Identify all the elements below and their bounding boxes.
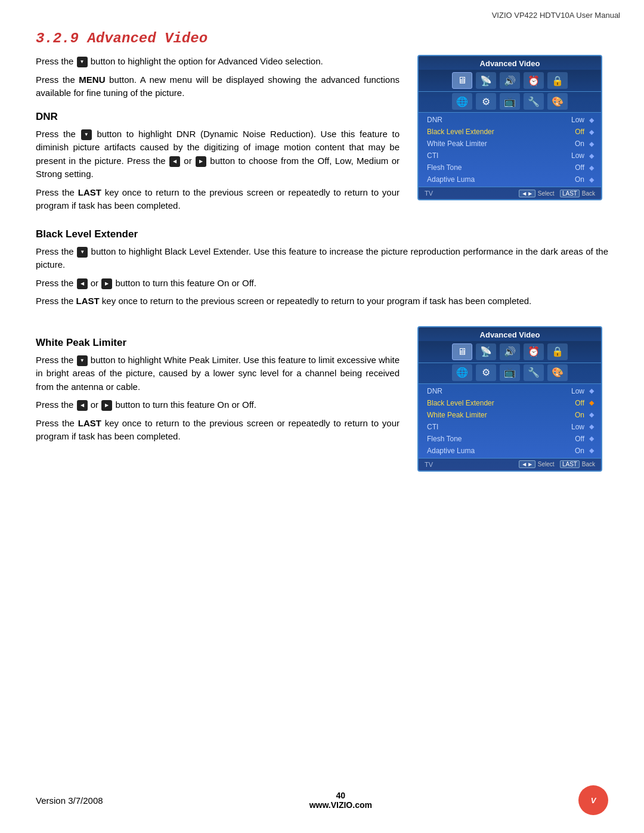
icon2-sub3: 📺 — [500, 364, 520, 381]
tv-menu-2: Advanced Video 🖥 📡 🔊 ⏰ 🔒 🌐 ⚙ 📺 🔧 🎨 — [417, 326, 602, 472]
icon-sub3: 📺 — [500, 93, 520, 110]
page-content: 3.2.9 Advanced Video Press the button to… — [0, 24, 644, 496]
intro-text: Press the button to highlight the option… — [36, 55, 400, 218]
icon-sub2: ⚙ — [476, 93, 496, 110]
intro-section: Press the button to highlight the option… — [36, 55, 608, 218]
white-peak-two-col: White Peak Limiter Press the button to h… — [36, 326, 608, 472]
tv-menu-2-rows: DNR Low ◆ Black Level Extender Off ◆ Whi… — [419, 384, 601, 458]
icon2-lock: 🔒 — [547, 343, 568, 360]
icon2-time: ⏰ — [524, 343, 544, 360]
page-number: 40 — [309, 791, 372, 800]
white-peak-title: White Peak Limiter — [36, 337, 400, 349]
dnr-p2: Press the LAST key once to return to the… — [36, 186, 400, 213]
dnr-nav-icon — [81, 129, 92, 140]
menu2-row-cti: CTI Low ◆ — [419, 421, 601, 433]
vizio-logo: V — [578, 785, 608, 815]
page-header: VIZIO VP422 HDTV10A User Manual — [0, 0, 644, 24]
menu2-row-dnr: DNR Low ◆ — [419, 385, 601, 397]
icon-tv: 🖥 — [452, 72, 472, 89]
icon-signal: 📡 — [476, 72, 496, 89]
icon-audio: 🔊 — [500, 72, 520, 89]
tv-menu-1-icons-row2: 🌐 ⚙ 📺 🔧 🎨 — [419, 92, 601, 113]
black-left-icon — [77, 278, 88, 289]
tv-menu-2-icons-row1: 🖥 📡 🔊 ⏰ 🔒 — [419, 341, 601, 363]
nav-button-icon — [77, 57, 88, 67]
black-level-section: Black Level Extender Press the button to… — [36, 228, 608, 308]
tv-menu-2-title: Advanced Video — [419, 327, 601, 341]
tv-menu-2-icons-row2: 🌐 ⚙ 📺 🔧 🎨 — [419, 363, 601, 384]
black-level-title: Black Level Extender — [36, 228, 608, 240]
white-nav-icon — [77, 355, 88, 366]
menu2-row-luma: Adaptive Luma On ◆ — [419, 445, 601, 457]
tv-menu-1: Advanced Video 🖥 📡 🔊 ⏰ 🔒 🌐 ⚙ 📺 🔧 🎨 — [417, 55, 602, 200]
left-btn-icon — [169, 156, 180, 167]
black-p3: Press the LAST key once to return to the… — [36, 295, 608, 308]
icon2-sub4: 🔧 — [524, 364, 544, 381]
icon2-signal: 📡 — [476, 343, 496, 360]
icon-time: ⏰ — [524, 72, 544, 89]
black-p1: Press the button to highlight Black Leve… — [36, 245, 608, 272]
menu-row-luma: Adaptive Luma On ◆ — [419, 174, 601, 185]
website: www.VIZIO.com — [309, 800, 372, 810]
white-left-icon — [77, 400, 88, 411]
black-level-text: Press the button to highlight Black Leve… — [36, 245, 608, 308]
white-p3: Press the LAST key once to return to the… — [36, 417, 400, 444]
white-peak-section: White Peak Limiter Press the button to h… — [36, 326, 608, 472]
section-title: 3.2.9 Advanced Video — [36, 30, 608, 47]
icon2-sub5: 🎨 — [547, 364, 568, 381]
black-p2: Press the or button to turn this feature… — [36, 277, 608, 290]
right-btn-icon — [196, 156, 206, 167]
intro-p1: Press the button to highlight the option… — [36, 55, 400, 69]
tv-menu-1-footer: TV ◄► Select LAST Back — [419, 187, 601, 199]
icon2-sub1: 🌐 — [452, 364, 472, 381]
white-p2: Press the or button to turn this feature… — [36, 398, 400, 412]
menu2-row-flesh: Flesh Tone Off ◆ — [419, 433, 601, 445]
menu-row-dnr: DNR Low ◆ — [419, 114, 601, 126]
menu-row-cti: CTI Low ◆ — [419, 150, 601, 162]
manual-title: VIZIO VP422 HDTV10A User Manual — [492, 11, 620, 20]
menu-row-flesh: Flesh Tone Off ◆ — [419, 162, 601, 174]
menu-screenshot-1: Advanced Video 🖥 📡 🔊 ⏰ 🔒 🌐 ⚙ 📺 🔧 🎨 — [417, 55, 608, 200]
icon-lock: 🔒 — [547, 72, 568, 89]
tv-menu-2-footer: TV ◄► Select LAST Back — [419, 458, 601, 470]
black-right-icon — [101, 278, 112, 289]
dnr-p1: Press the button to highlight DNR (Dynam… — [36, 128, 400, 181]
menu-row-ble: Black Level Extender Off ◆ — [419, 126, 601, 138]
tv-menu-1-rows: DNR Low ◆ Black Level Extender Off ◆ Whi… — [419, 113, 601, 187]
white-peak-text: White Peak Limiter Press the button to h… — [36, 326, 400, 448]
tv-menu-1-title: Advanced Video — [419, 56, 601, 70]
black-nav-icon — [77, 247, 88, 258]
icon-sub4: 🔧 — [524, 93, 544, 110]
icon-sub5: 🎨 — [547, 93, 568, 110]
intro-p2: Press the MENU button. A new menu will b… — [36, 73, 400, 100]
footer-center: 40 www.VIZIO.com — [309, 791, 372, 810]
icon2-tv: 🖥 — [452, 343, 472, 360]
menu-row-wpl: White Peak Limiter On ◆ — [419, 138, 601, 150]
dnr-title: DNR — [36, 111, 400, 123]
page-footer: Version 3/7/2008 40 www.VIZIO.com V — [0, 785, 644, 815]
tv-menu-1-icons-row1: 🖥 📡 🔊 ⏰ 🔒 — [419, 70, 601, 92]
icon-sub1: 🌐 — [452, 93, 472, 110]
white-p1: Press the button to highlight White Peak… — [36, 354, 400, 394]
version-text: Version 3/7/2008 — [36, 795, 103, 806]
menu2-row-ble: Black Level Extender Off ◆ — [419, 397, 601, 409]
icon2-sub2: ⚙ — [476, 364, 496, 381]
white-right-icon — [101, 400, 112, 411]
icon2-audio: 🔊 — [500, 343, 520, 360]
menu-screenshot-2: Advanced Video 🖥 📡 🔊 ⏰ 🔒 🌐 ⚙ 📺 🔧 🎨 — [417, 326, 608, 472]
menu2-row-wpl: White Peak Limiter On ◆ — [419, 409, 601, 421]
